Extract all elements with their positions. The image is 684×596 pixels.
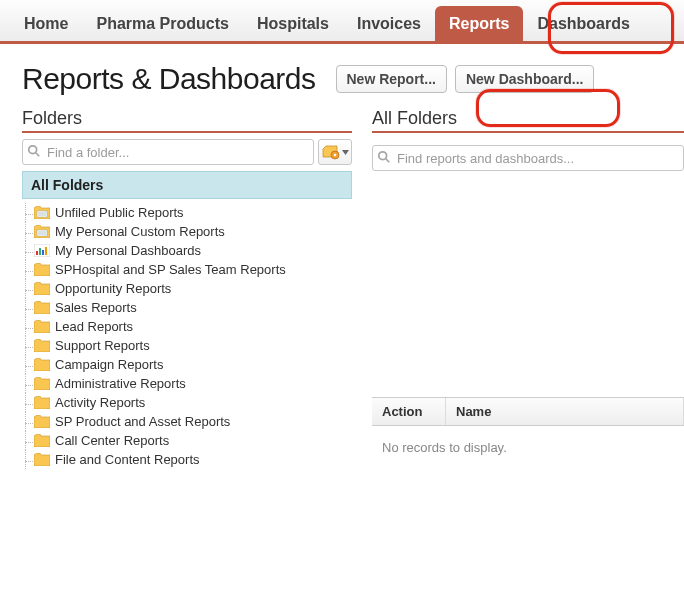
folder-item[interactable]: Campaign Reports <box>34 355 352 374</box>
main-search <box>372 145 684 387</box>
folder-item-label: My Personal Custom Reports <box>55 224 225 239</box>
folder-item[interactable]: SPHospital and SP Sales Team Reports <box>34 260 352 279</box>
svg-point-0 <box>29 146 37 154</box>
search-icon <box>27 144 41 158</box>
folder-item-label: Campaign Reports <box>55 357 163 372</box>
column-action[interactable]: Action <box>372 398 446 425</box>
svg-point-3 <box>333 153 336 156</box>
svg-line-16 <box>386 159 390 163</box>
folder-item[interactable]: SP Product and Asset Reports <box>34 412 352 431</box>
nav-pharma-products[interactable]: Pharma Products <box>82 6 242 41</box>
folder-item-label: Administrative Reports <box>55 376 186 391</box>
top-nav: Home Pharma Products Hospitals Invoices … <box>0 0 684 44</box>
folder-item[interactable]: Support Reports <box>34 336 352 355</box>
main-search-input[interactable] <box>372 145 684 171</box>
folder-item[interactable]: Lead Reports <box>34 317 352 336</box>
nav-dashboards[interactable]: Dashboards <box>523 6 643 41</box>
folder-item[interactable]: Administrative Reports <box>34 374 352 393</box>
folder-item-label: Lead Reports <box>55 319 133 334</box>
new-dashboard-button[interactable]: New Dashboard... <box>455 65 594 93</box>
svg-rect-11 <box>36 251 38 255</box>
folder-settings-button[interactable] <box>318 139 352 165</box>
folder-gear-icon <box>322 145 340 160</box>
empty-message: No records to display. <box>372 426 684 469</box>
folder-search-input[interactable] <box>22 139 314 165</box>
folder-item-label: SP Product and Asset Reports <box>55 414 230 429</box>
page-title: Reports & Dashboards <box>22 62 316 96</box>
table-header: Action Name <box>372 397 684 426</box>
nav-invoices[interactable]: Invoices <box>343 6 435 41</box>
folder-item[interactable]: Call Center Reports <box>34 431 352 450</box>
folder-item-label: Unfiled Public Reports <box>55 205 184 220</box>
svg-point-15 <box>379 152 387 160</box>
main-panel: All Folders Action Name No records to di… <box>372 108 684 469</box>
svg-rect-13 <box>42 250 44 255</box>
folder-item[interactable]: File and Content Reports <box>34 450 352 469</box>
folder-item-label: Support Reports <box>55 338 150 353</box>
folders-panel-title: Folders <box>22 108 352 133</box>
folder-item-label: Activity Reports <box>55 395 145 410</box>
column-name[interactable]: Name <box>446 398 684 425</box>
page-header: Reports & Dashboards New Report... New D… <box>22 62 684 96</box>
folder-item-label: Opportunity Reports <box>55 281 171 296</box>
all-folders-node[interactable]: All Folders <box>22 171 352 199</box>
folder-item[interactable]: Sales Reports <box>34 298 352 317</box>
folder-item[interactable]: My Personal Custom Reports <box>34 222 352 241</box>
search-icon <box>377 150 391 164</box>
svg-rect-7 <box>37 230 47 236</box>
folder-search <box>22 139 314 165</box>
folder-item[interactable]: Opportunity Reports <box>34 279 352 298</box>
svg-rect-14 <box>45 247 47 255</box>
folder-item-label: Call Center Reports <box>55 433 169 448</box>
chevron-down-icon <box>342 150 349 155</box>
svg-line-1 <box>36 153 40 157</box>
main-panel-title: All Folders <box>372 108 684 133</box>
folder-item[interactable]: Unfiled Public Reports <box>34 203 352 222</box>
folder-item[interactable]: Activity Reports <box>34 393 352 412</box>
folder-tree: Unfiled Public ReportsMy Personal Custom… <box>22 199 352 469</box>
svg-rect-4 <box>37 211 47 217</box>
nav-reports[interactable]: Reports <box>435 6 523 41</box>
folders-panel: Folders <box>22 108 352 469</box>
folder-item-label: Sales Reports <box>55 300 137 315</box>
folder-item-label: My Personal Dashboards <box>55 243 201 258</box>
folder-item-label: SPHospital and SP Sales Team Reports <box>55 262 286 277</box>
new-report-button[interactable]: New Report... <box>336 65 447 93</box>
nav-home[interactable]: Home <box>10 6 82 41</box>
folder-item-label: File and Content Reports <box>55 452 200 467</box>
nav-hospitals[interactable]: Hospitals <box>243 6 343 41</box>
svg-rect-12 <box>39 248 41 255</box>
folder-item[interactable]: My Personal Dashboards <box>34 241 352 260</box>
